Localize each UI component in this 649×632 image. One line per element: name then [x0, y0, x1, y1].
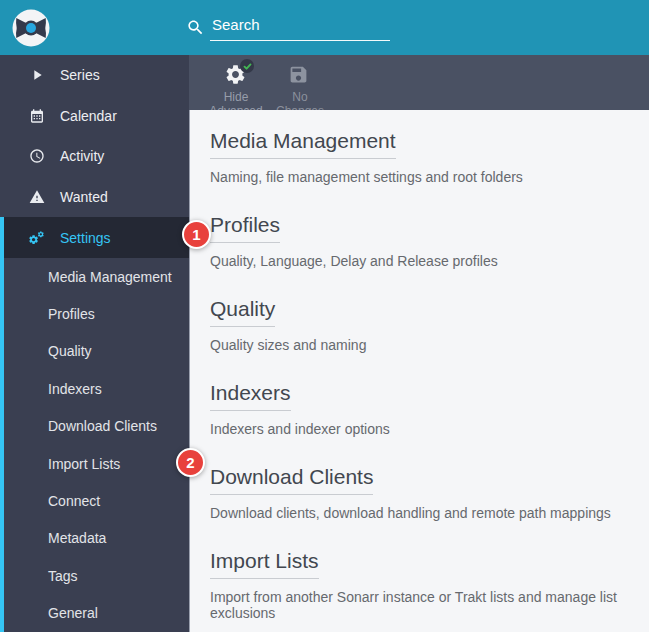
annotation-badge-1: 1 — [182, 220, 211, 249]
check-badge-icon — [240, 59, 254, 73]
subitem-label: Indexers — [48, 381, 102, 397]
search-input[interactable] — [210, 14, 390, 41]
hide-advanced-button[interactable]: Hide Advanced — [204, 61, 268, 110]
section-description: Naming, file management settings and roo… — [210, 169, 633, 185]
subitem-label: Media Management — [48, 269, 172, 285]
section-title-link[interactable]: Media Management — [210, 128, 396, 159]
sidebar-item-label: Series — [60, 67, 100, 83]
search-container — [186, 14, 390, 41]
section-description: Quality sizes and naming — [210, 337, 633, 353]
section-title-link[interactable]: Import Lists — [210, 548, 319, 579]
floppy-save-icon — [288, 63, 312, 87]
main-panel: Hide Advanced No Changes Media Managemen… — [189, 55, 649, 632]
section-media-management[interactable]: Media Management Naming, file management… — [210, 128, 633, 185]
sonarr-app: Series Calendar Activity — [0, 0, 649, 632]
subitem-label: Download Clients — [48, 418, 157, 434]
warning-icon — [28, 189, 45, 206]
subitem-label: Connect — [48, 493, 100, 509]
section-description: Indexers and indexer options — [210, 421, 633, 437]
sidebar-item-label: Calendar — [60, 108, 117, 124]
subitem-label: Quality — [48, 343, 92, 359]
sidebar-item-calendar[interactable]: Calendar — [0, 96, 189, 137]
sidebar-item-label: Activity — [60, 148, 104, 164]
section-description: Import from another Sonarr instance or T… — [210, 589, 633, 621]
sidebar-subitem-connect[interactable]: Connect — [4, 482, 189, 519]
sidebar-subitem-general[interactable]: General — [4, 594, 189, 631]
sidebar-item-wanted[interactable]: Wanted — [0, 177, 189, 218]
gears-icon — [28, 229, 45, 246]
calendar-icon — [28, 107, 45, 124]
settings-toolbar: Hide Advanced No Changes — [189, 55, 649, 110]
sidebar-item-label: Settings — [60, 230, 111, 246]
section-title-link[interactable]: Profiles — [210, 212, 280, 243]
search-icon — [186, 18, 205, 37]
section-quality[interactable]: Quality Quality sizes and naming — [210, 296, 633, 353]
subitem-label: General — [48, 605, 98, 621]
sidebar-subitem-indexers[interactable]: Indexers — [4, 370, 189, 407]
clock-icon — [28, 148, 45, 165]
sidebar-subitem-quality[interactable]: Quality — [4, 333, 189, 370]
section-title-link[interactable]: Indexers — [210, 380, 291, 411]
sidebar-item-settings[interactable]: Settings — [4, 217, 189, 258]
sidebar-subitem-metadata[interactable]: Metadata — [4, 520, 189, 557]
annotation-badge-2: 2 — [176, 448, 205, 477]
section-title-link[interactable]: Quality — [210, 296, 275, 327]
sidebar-nav: Series Calendar Activity — [0, 55, 189, 632]
header-bar — [0, 0, 649, 55]
section-description: Quality, Language, Delay and Release pro… — [210, 253, 633, 269]
subitem-label: Import Lists — [48, 456, 120, 472]
settings-content: Media Management Naming, file management… — [189, 110, 649, 632]
sidebar-subitem-media-management[interactable]: Media Management — [4, 258, 189, 295]
sidebar-subitem-import-lists[interactable]: Import Lists — [4, 445, 189, 482]
section-indexers[interactable]: Indexers Indexers and indexer options — [210, 380, 633, 437]
sidebar-item-series[interactable]: Series — [0, 55, 189, 96]
section-profiles[interactable]: Profiles Quality, Language, Delay and Re… — [210, 212, 633, 269]
section-download-clients[interactable]: Download Clients Download clients, downl… — [210, 464, 633, 521]
no-changes-button[interactable]: No Changes — [268, 61, 332, 110]
subitem-label: Profiles — [48, 306, 95, 322]
sidebar-subitem-download-clients[interactable]: Download Clients — [4, 408, 189, 445]
sonarr-logo-icon[interactable] — [11, 8, 51, 48]
sidebar-item-label: Wanted — [60, 189, 108, 205]
play-icon — [28, 67, 45, 84]
sidebar-subitem-tags[interactable]: Tags — [4, 557, 189, 594]
sidebar-subitem-profiles[interactable]: Profiles — [4, 295, 189, 332]
section-description: Download clients, download handling and … — [210, 505, 633, 521]
section-title-link[interactable]: Download Clients — [210, 464, 373, 495]
section-import-lists[interactable]: Import Lists Import from another Sonarr … — [210, 548, 633, 621]
subitem-label: Tags — [48, 568, 78, 584]
sidebar-item-activity[interactable]: Activity — [0, 136, 189, 177]
gear-check-icon — [224, 63, 248, 87]
settings-group: Settings Media Management Profiles Quali… — [0, 217, 189, 632]
subitem-label: Metadata — [48, 530, 106, 546]
